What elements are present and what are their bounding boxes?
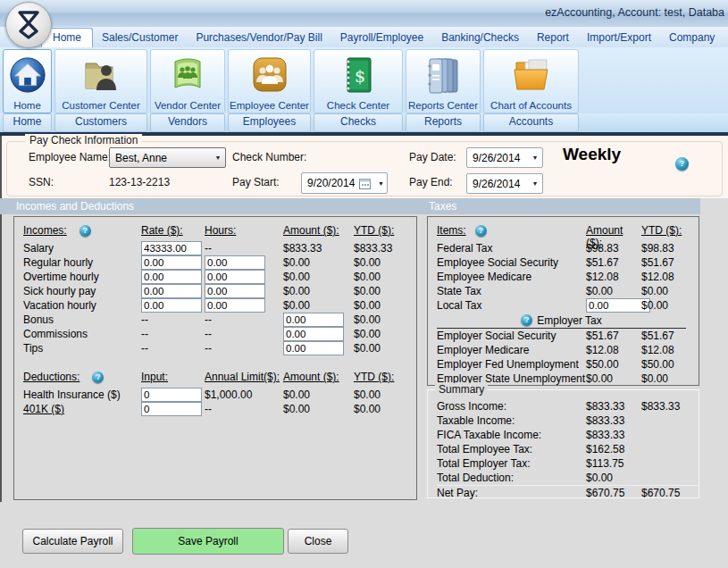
summary-amount-value: $833.33: [586, 400, 641, 413]
pay-start-datepicker[interactable]: 9/20/2014 ▼: [301, 172, 388, 194]
pay-date-label: Pay Date:: [409, 151, 456, 163]
menu-item-company[interactable]: Company: [660, 29, 724, 47]
tax-row-label: Employee Social Security: [437, 256, 586, 269]
summary-row-label: FICA Taxable Income:: [437, 429, 586, 441]
amount-input[interactable]: [283, 341, 344, 355]
pay-end-dropdown[interactable]: 9/26/2014 ▼: [466, 173, 543, 194]
pay-date-dropdown[interactable]: 9/26/2014 ▼: [466, 147, 543, 168]
rate-input[interactable]: [141, 298, 202, 313]
shortcut-customers[interactable]: Customers: [54, 113, 147, 132]
table-row: Total Employee Tax:$162.58: [437, 442, 699, 456]
amount-value: $0.00: [283, 256, 354, 269]
summary-box: Summary Gross Income:$833.33$833.33Taxab…: [427, 389, 699, 498]
help-icon[interactable]: ?: [79, 225, 91, 237]
toolbar-button-label: Employee Center: [230, 99, 309, 112]
table-row: Tips----$0.00: [23, 341, 416, 355]
table-row: Employer Fed Unemployment$50.00$50.00: [437, 357, 699, 372]
annual-limit-value: --: [205, 403, 283, 415]
rate-input[interactable]: [141, 255, 202, 270]
ytd-value: $0.00: [354, 403, 416, 415]
employee-name-dropdown[interactable]: Best, Anne ▼: [109, 147, 226, 168]
table-row: Gross Income:$833.33$833.33: [437, 399, 699, 413]
summary-ytd-value: $670.75: [641, 487, 699, 499]
toolbar-button-home[interactable]: Home: [3, 49, 52, 113]
hours-input[interactable]: [205, 270, 265, 284]
shortcut-employees[interactable]: Employees: [228, 113, 311, 132]
toolbar-button-customer-center[interactable]: Customer Center: [54, 49, 147, 113]
help-icon[interactable]: ?: [475, 225, 487, 237]
accounts-folder-icon: [511, 50, 552, 99]
menu-item-payroll-employee[interactable]: Payroll/Employee: [331, 29, 432, 47]
amount-input[interactable]: [283, 327, 344, 341]
toolbar-button-label: Customer Center: [62, 99, 140, 112]
pay-end-label: Pay End:: [409, 176, 453, 188]
amount-value: $0.00: [283, 403, 354, 415]
employee-name-label: Employee Name:: [29, 151, 111, 163]
summary-row-label: Total Employer Tax:: [437, 457, 586, 470]
table-row: Total Deduction:$0.00: [437, 471, 699, 485]
close-button[interactable]: Close: [288, 529, 348, 554]
deduction-input[interactable]: [141, 388, 202, 402]
deduction-input[interactable]: [141, 402, 202, 416]
table-row: Health Insurance ($)$1,000.00$0.00$0.00: [23, 388, 416, 402]
ytd-value: $0.00: [354, 256, 416, 269]
help-icon[interactable]: ?: [92, 372, 104, 383]
amount-value: $0.00: [283, 299, 354, 312]
taxes-section-header: Taxes: [429, 198, 456, 214]
menu-item-banking-checks[interactable]: Banking/Checks: [432, 29, 528, 47]
toolbar-button-vendor-center[interactable]: Vendor Center: [150, 49, 225, 113]
tax-row-label: Federal Tax: [437, 242, 586, 255]
income-row-label: Vacation hourly: [23, 299, 141, 312]
menu-item-sales-customer[interactable]: Sales/Customer: [93, 29, 187, 47]
shortcut-vendors[interactable]: Vendors: [150, 113, 225, 132]
calculate-payroll-button[interactable]: Calculate Payroll: [22, 529, 123, 554]
rate-input[interactable]: [141, 270, 202, 284]
summary-amount-value: $833.33: [586, 429, 641, 441]
ytd-value: $0.00: [641, 372, 699, 385]
pay-start-value: 9/20/2014: [307, 177, 355, 189]
menu-item-report[interactable]: Report: [528, 29, 578, 47]
ytd-value: $12.08: [641, 271, 699, 283]
toolbar: Home Customer Center: [0, 47, 728, 113]
ssn-label: SSN:: [29, 176, 54, 188]
hours-input[interactable]: [205, 298, 265, 313]
help-icon[interactable]: ?: [521, 314, 532, 326]
tax-row-label: Employer Social Security: [437, 330, 586, 342]
hours-value: --: [205, 328, 283, 340]
table-row: Total Employer Tax:$113.75: [437, 456, 699, 471]
menu-item-purchases-vendor-pay-bill[interactable]: Purchases/Vendor/Pay Bill: [187, 29, 331, 47]
toolbar-button-employee-center[interactable]: Employee Center: [228, 49, 311, 113]
ytd-value: $51.67: [641, 256, 699, 269]
window-title: ezAccounting, Account: test, Databa: [545, 6, 724, 19]
help-icon[interactable]: ?: [675, 157, 689, 171]
rate-input[interactable]: [141, 241, 202, 255]
amount-input[interactable]: [283, 313, 344, 327]
shortcut-checks[interactable]: Checks: [314, 113, 403, 132]
ytd-value: $833.33: [354, 242, 416, 255]
toolbar-button-reports-center[interactable]: Reports Center: [406, 49, 481, 113]
menu-item-help[interactable]: Help: [724, 29, 728, 47]
rate-value: --: [141, 313, 205, 326]
input-column-header: Input:: [141, 371, 205, 383]
menu-item-import-export[interactable]: Import/Export: [578, 29, 660, 47]
ytd-column-header: YTD ($):: [641, 224, 699, 237]
toolbar-button-check-center[interactable]: $ Check Center: [314, 49, 403, 113]
section-header-band: Incomes and Deductions Taxes: [0, 198, 700, 214]
table-row: Commissions----$0.00: [23, 327, 416, 341]
rate-input[interactable]: [141, 284, 202, 298]
table-row: Overtime hourly$0.00$0.00: [23, 270, 416, 284]
toolbar-button-chart-of-accounts[interactable]: Chart of Accounts: [483, 49, 579, 113]
shortcut-reports[interactable]: Reports: [406, 113, 481, 132]
hours-input[interactable]: [205, 284, 265, 298]
deduction-row-label[interactable]: 401K ($): [23, 403, 141, 415]
hours-input[interactable]: [205, 255, 265, 270]
save-payroll-button[interactable]: Save Payroll: [132, 528, 284, 555]
report-binders-icon: [423, 50, 463, 99]
home-icon: [9, 50, 46, 99]
table-row: Employee Social Security$51.67$51.67: [437, 255, 699, 270]
income-row-label: Bonus: [23, 313, 141, 326]
table-row: Sick hourly pay$0.00$0.00: [23, 284, 416, 298]
app-logo-icon: [5, 2, 52, 48]
shortcut-home[interactable]: Home: [3, 113, 52, 132]
shortcut-accounts[interactable]: Accounts: [483, 113, 579, 132]
